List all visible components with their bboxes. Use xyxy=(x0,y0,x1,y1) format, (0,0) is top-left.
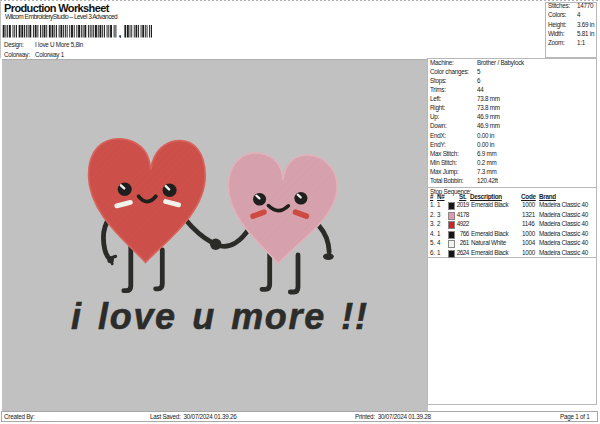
svg-text:,: , xyxy=(118,27,121,38)
